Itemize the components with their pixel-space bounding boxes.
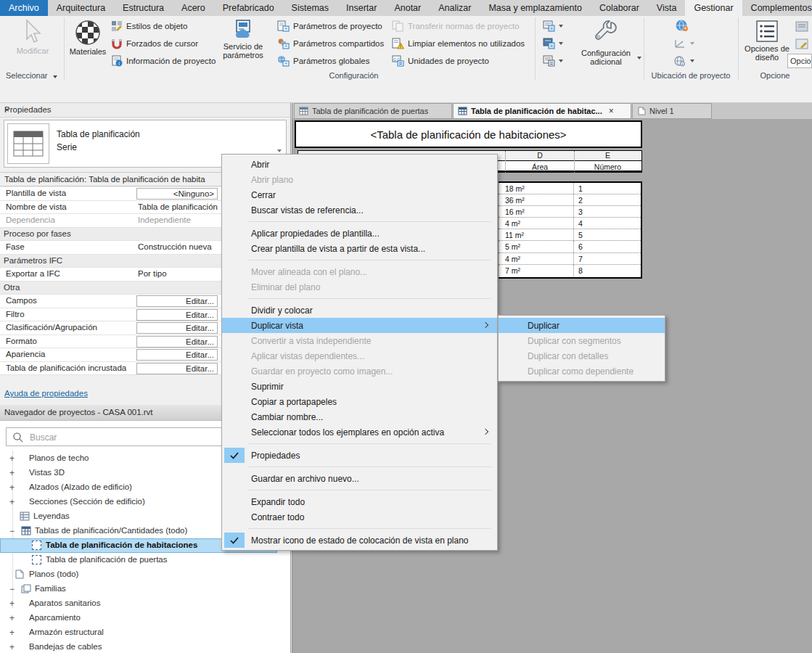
collapse-icon[interactable]: −	[9, 526, 17, 536]
edit-button[interactable]: Editar...	[136, 349, 218, 361]
tree-item[interactable]: +Aparcamiento	[0, 611, 290, 625]
mep-settings-dropdown[interactable]: +	[543, 36, 563, 52]
view-tab-puertas[interactable]: Tabla de planificación de puertas	[294, 103, 452, 119]
submenu-item-duplicar[interactable]: Duplicar	[499, 318, 665, 333]
collapse-icon[interactable]: −	[9, 584, 17, 594]
structural-settings-dropdown[interactable]: +	[543, 18, 563, 34]
menu-item-copiar-portapapeles[interactable]: Copiar a portapapeles	[222, 394, 497, 409]
menu-item-guardar-archivo-nuevo[interactable]: Guardar en archivo nuevo...	[222, 471, 497, 486]
expand-icon[interactable]: +	[9, 497, 17, 507]
search-icon	[12, 432, 24, 443]
materials-button[interactable]: Materiales	[68, 17, 107, 68]
view-tab-nivel1[interactable]: Nivel 1	[632, 103, 712, 119]
tree-item-schedule-puertas[interactable]: Tabla de planificación de puertas	[0, 553, 290, 567]
menu-item-suprimir[interactable]: Suprimir	[222, 379, 497, 394]
context-menu: Abrir Abrir plano Cerrar Buscar vistas d…	[221, 154, 498, 551]
table-row[interactable]: 18 m²1	[499, 183, 641, 194]
tab-gestionar[interactable]: Gestionar	[685, 0, 742, 16]
menu-item-duplicar-vista[interactable]: Duplicar vista	[222, 318, 497, 333]
globe-pin-icon	[675, 19, 689, 33]
expand-icon[interactable]: +	[9, 468, 17, 478]
tab-acero[interactable]: Acero	[173, 0, 214, 16]
shared-parameters-button[interactable]: + Parámetros compartidos	[277, 36, 384, 52]
expand-icon[interactable]: +	[9, 613, 17, 623]
expand-icon[interactable]: +	[9, 642, 17, 652]
project-parameters-button[interactable]: + Parámetros de proyecto	[277, 18, 382, 34]
global-parameters-button[interactable]: + Parámetros globales	[277, 53, 369, 69]
menu-item-abrir[interactable]: Abrir	[222, 157, 497, 172]
menu-item-aplicar-propiedades[interactable]: Aplicar propiedades de plantilla...	[222, 226, 497, 241]
design-options-button[interactable]: Opciones de diseño	[742, 17, 792, 68]
edit-button[interactable]: Editar...	[136, 336, 218, 348]
table-row[interactable]: 7 m²8	[499, 265, 641, 276]
modify-button[interactable]: Modificar	[6, 17, 60, 68]
parameters-service-button[interactable]: Servicio de parámetros	[220, 17, 266, 68]
expand-icon[interactable]: +	[9, 482, 17, 493]
table-row[interactable]: 4 m²7	[499, 253, 641, 265]
location-button[interactable]	[675, 18, 689, 34]
menu-item-expandir-todo[interactable]: Expandir todo	[222, 494, 497, 509]
menu-item-propiedades[interactable]: Propiedades	[222, 448, 497, 463]
menu-item-contraer-todo[interactable]: Contraer todo	[222, 509, 497, 525]
purge-unused-button[interactable]: ! Limpiar elementos no utilizados	[392, 36, 525, 52]
column-letter-d[interactable]: D	[505, 151, 574, 161]
column-letter-e[interactable]: E	[574, 151, 641, 161]
menu-item-buscar-vistas[interactable]: Buscar vistas de referencia...	[222, 202, 497, 218]
tree-item[interactable]: +Aparatos sanitarios	[0, 596, 290, 611]
menu-item-cerrar[interactable]: Cerrar	[222, 187, 497, 202]
tab-insertar[interactable]: Insertar	[337, 0, 385, 16]
edit-button[interactable]: Editar...	[136, 363, 218, 374]
menu-item-dividir-y-colocar[interactable]: Dividir y colocar	[222, 303, 497, 318]
tree-item[interactable]: +Bandejas de cables	[0, 640, 290, 653]
snaps-button[interactable]: Forzados de cursor	[111, 36, 198, 52]
expand-icon[interactable]: +	[9, 599, 17, 609]
table-row[interactable]: 36 m²2	[499, 194, 641, 206]
object-styles-button[interactable]: Estilos de objeto	[111, 18, 187, 34]
tab-analizar[interactable]: Analizar	[430, 0, 480, 16]
tab-arquitectura[interactable]: Arquitectura	[48, 0, 114, 16]
menu-item-mostrar-icono-estado[interactable]: Mostrar icono de estado de colocación de…	[222, 533, 497, 548]
tab-estructura[interactable]: Estructura	[114, 0, 173, 16]
select-panel-label[interactable]: Seleccionar	[6, 69, 64, 82]
table-row[interactable]: 4 m²4	[499, 218, 641, 229]
active-design-option-select[interactable]: Opcio	[787, 54, 812, 68]
tab-vista[interactable]: Vista	[648, 0, 686, 16]
tab-masa-y-emplazamiento[interactable]: Masa y emplazamiento	[480, 0, 591, 16]
coordinates-dropdown[interactable]	[673, 36, 694, 52]
tab-prefabricado[interactable]: Prefabricado	[214, 0, 283, 16]
panel-schedule-templates-dropdown[interactable]	[543, 53, 563, 69]
project-units-button[interactable]: 0.0 Unidades de proyecto	[392, 53, 489, 69]
edit-button[interactable]: Editar...	[136, 295, 218, 307]
project-information-button[interactable]: i Información de proyecto	[111, 53, 216, 69]
chevron-down-icon[interactable]	[277, 149, 282, 152]
menu-item-cambiar-nombre[interactable]: Cambiar nombre...	[222, 409, 497, 424]
tree-item[interactable]: +Armazón estructural	[0, 625, 290, 640]
additional-settings-button[interactable]: Configuración adicional	[572, 17, 640, 68]
tab-complementos[interactable]: Complementos	[742, 0, 812, 16]
tree-item-planos[interactable]: Planos (todo)	[0, 567, 290, 582]
column-name-numero[interactable]: Número	[574, 162, 641, 173]
view-tab-habitaciones[interactable]: Tabla de planificación de habitac... ×	[453, 103, 631, 119]
edit-button[interactable]: Editar...	[136, 322, 218, 334]
ubicacion-panel-label: Ubicación de proyecto	[644, 69, 738, 82]
properties-help-link[interactable]: Ayuda de propiedades	[4, 389, 88, 398]
tab-archivo[interactable]: Archivo	[0, 0, 48, 16]
tree-item-familias[interactable]: − Familias	[0, 582, 290, 596]
table-row[interactable]: 16 m²3	[499, 206, 641, 218]
close-tab-icon[interactable]: ×	[609, 106, 614, 116]
properties-title-bar[interactable]: Propiedades ×	[0, 103, 290, 118]
edit-button[interactable]: Editar...	[136, 309, 218, 321]
expand-icon[interactable]: +	[9, 628, 17, 638]
tab-anotar[interactable]: Anotar	[385, 0, 430, 16]
table-row[interactable]: 5 m²6	[499, 241, 641, 252]
expand-icon[interactable]: +	[9, 453, 17, 464]
column-name-area[interactable]: Área	[505, 162, 574, 173]
tab-sistemas[interactable]: Sistemas	[283, 0, 337, 16]
position-dropdown[interactable]: +	[673, 53, 694, 69]
table-row[interactable]: 11 m²5	[499, 229, 641, 241]
close-icon[interactable]: ×	[4, 105, 286, 114]
tab-colaborar[interactable]: Colaborar	[591, 0, 648, 16]
value-box[interactable]: <Ninguno>	[136, 188, 218, 200]
menu-item-crear-plantilla[interactable]: Crear plantilla de vista a partir de est…	[222, 241, 497, 256]
menu-item-seleccionar-ejemplares[interactable]: Seleccionar todos los ejemplares en opci…	[222, 424, 497, 440]
